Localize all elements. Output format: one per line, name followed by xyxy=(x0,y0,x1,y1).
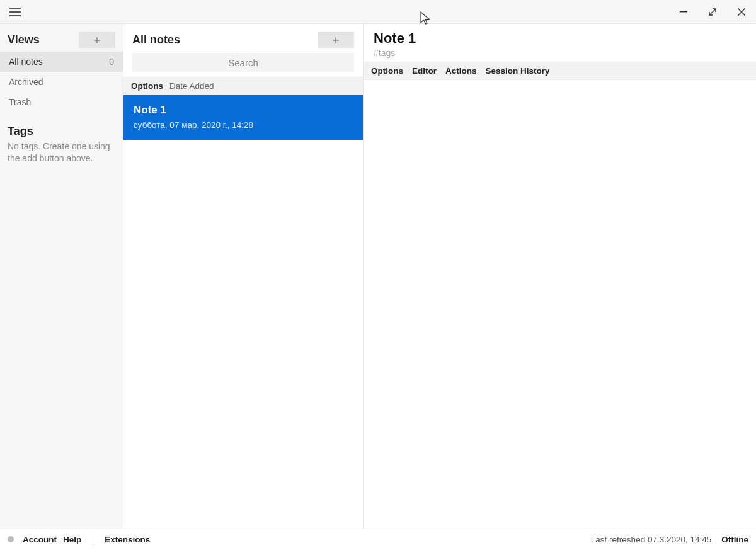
sidebar-item-all-notes[interactable]: All notes 0 xyxy=(0,52,123,72)
note-list-item[interactable]: Note 1 суббота, 07 мар. 2020 г., 14:28 xyxy=(123,95,363,140)
note-item-title: Note 1 xyxy=(134,104,353,117)
sidebar-item-archived[interactable]: Archived xyxy=(0,72,123,92)
notes-panel-title: All notes xyxy=(132,33,180,47)
editor-panel: Options Editor Actions Session History xyxy=(364,24,756,529)
hamburger-icon xyxy=(9,8,21,16)
minimize-icon xyxy=(680,8,687,16)
tags-title: Tags xyxy=(8,125,115,138)
titlebar xyxy=(0,0,756,23)
note-item-date: суббота, 07 мар. 2020 г., 14:28 xyxy=(134,120,353,130)
footer: Account Help Extensions Last refreshed 0… xyxy=(0,529,756,550)
note-body-editor[interactable] xyxy=(364,80,756,529)
sidebar: Views ＋ All notes 0 Archived Trash Tags … xyxy=(0,24,123,529)
sidebar-item-label: All notes xyxy=(9,57,43,67)
menu-button[interactable] xyxy=(6,3,24,21)
tags-empty-text: No tags. Create one using the add button… xyxy=(8,140,115,164)
status-dot-icon xyxy=(8,536,14,542)
svg-rect-2 xyxy=(9,15,21,16)
add-view-button[interactable]: ＋ xyxy=(79,32,115,48)
add-note-button[interactable]: ＋ xyxy=(318,32,354,48)
notes-toolbar-date-added[interactable]: Date Added xyxy=(169,81,214,91)
sidebar-item-trash[interactable]: Trash xyxy=(0,92,123,112)
footer-account[interactable]: Account xyxy=(23,535,57,544)
note-tags-input[interactable] xyxy=(374,48,746,58)
footer-last-refreshed: Last refreshed 07.3.2020, 14:45 xyxy=(591,535,711,544)
footer-offline[interactable]: Offline xyxy=(721,535,748,544)
close-icon xyxy=(738,8,745,16)
notes-panel: All notes ＋ Options Date Added Note 1 су… xyxy=(123,24,364,529)
views-title: Views xyxy=(8,33,40,47)
editor-toolbar-editor[interactable]: Editor xyxy=(412,66,437,76)
editor-toolbar-session-history[interactable]: Session History xyxy=(486,66,550,76)
footer-help[interactable]: Help xyxy=(63,535,81,544)
sidebar-item-count: 0 xyxy=(109,57,114,67)
search-input[interactable] xyxy=(132,53,354,72)
editor-toolbar-options[interactable]: Options xyxy=(371,66,403,76)
close-button[interactable] xyxy=(727,1,756,23)
minimize-button[interactable] xyxy=(669,1,698,23)
footer-extensions[interactable]: Extensions xyxy=(105,535,150,544)
svg-rect-1 xyxy=(9,11,21,13)
editor-toolbar-actions[interactable]: Actions xyxy=(445,66,477,76)
note-title-input[interactable] xyxy=(374,30,746,47)
maximize-icon xyxy=(708,8,717,16)
maximize-button[interactable] xyxy=(698,1,727,23)
footer-separator xyxy=(93,534,93,546)
notes-toolbar: Options Date Added xyxy=(123,77,363,95)
status-indicator xyxy=(8,535,16,544)
main-area: Views ＋ All notes 0 Archived Trash Tags … xyxy=(0,23,756,529)
editor-toolbar: Options Editor Actions Session History xyxy=(364,62,756,80)
sidebar-item-label: Archived xyxy=(9,77,43,87)
plus-icon: ＋ xyxy=(91,32,103,47)
svg-rect-0 xyxy=(9,8,21,9)
sidebar-item-label: Trash xyxy=(9,97,31,107)
notes-toolbar-options[interactable]: Options xyxy=(131,81,163,91)
plus-icon: ＋ xyxy=(330,32,341,47)
svg-rect-3 xyxy=(680,11,687,13)
